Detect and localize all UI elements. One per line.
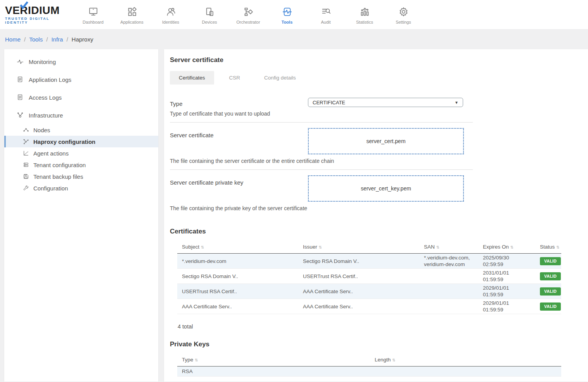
nav-item-audit[interactable]: Audit [306,5,345,24]
dashboard-icon [88,7,99,17]
table-row[interactable]: Sectigo RSA Domain V.. USERTrust RSA Cer… [177,269,561,284]
table-row[interactable]: *.veridium-dev.com Sectigo RSA Domain V.… [177,254,561,269]
settings-icon [398,7,409,17]
certificate-form: Type CERTIFICATE ▼ Type of certificate t… [170,93,473,217]
cell-subject: USERTrust RSA Certif.. [177,284,298,299]
devices-icon [204,7,215,17]
nav-item-label: Identities [162,20,179,24]
form-row-server-certificate: Server certificate server_cert.pem The f… [170,123,473,170]
sort-icon: ⇅ [195,358,198,362]
nav-item-label: Applications [120,20,143,24]
status-badge: VALID [540,257,561,265]
private-keys-section-title: Private Keys [170,341,588,348]
floppy-icon [23,173,29,180]
server-certificate-dropzone[interactable]: server_cert.pem [308,128,464,154]
cell-expires: 2031/01/01 01:59:59 [478,269,535,284]
status-badge: VALID [540,272,561,280]
document-icon [17,94,24,101]
breadcrumb-link-infra[interactable]: Infra [51,36,63,43]
nav-item-statistics[interactable]: Statistics [345,5,384,24]
nav-item-label: Tools [282,20,293,24]
nav-item-devices[interactable]: Devices [190,5,229,24]
sidebar-item-label: Monitoring [29,59,56,65]
sidebar-item-infrastructure[interactable]: Infrastructure [4,106,158,124]
nav-item-tools[interactable]: Tools [268,5,306,24]
cell-expires: 2025/09/30 02:59:59 [478,254,535,269]
graph-icon [23,138,29,145]
sort-icon: ⇅ [319,245,322,249]
nav-item-settings[interactable]: Settings [384,5,423,24]
tab-config-details[interactable]: Config details [255,71,305,85]
breadcrumb-current: Haproxy [72,36,93,43]
cell-subject: *.veridium-dev.com [177,254,298,269]
tabs: Certificates CSR Config details [170,71,588,85]
sidebar-item-tenant-configuration[interactable]: Tenant configuration [4,159,158,171]
server-certificate-label: Server certificate [170,128,308,154]
form-row-private-key: Server certificate private key server_ce… [170,170,473,217]
private-key-dropzone[interactable]: server_cert_key.pem [308,175,464,202]
nav-item-label: Settings [396,20,411,24]
column-header-issuer[interactable]: Issuer⇅ [298,241,419,254]
column-header-status[interactable]: Status⇅ [535,241,561,254]
sidebar-item-tenant-backup-files[interactable]: Tenant backup files [4,171,158,182]
tools-icon [282,7,292,17]
table-row[interactable]: USERTrust RSA Certif.. AAA Certificate S… [177,284,561,299]
sidebar-item-label: Access Logs [29,94,62,101]
monitoring-icon [17,58,24,65]
table-row[interactable]: RSA [177,366,561,377]
sidebar-item-access-logs[interactable]: Access Logs [4,88,158,106]
sidebar-item-label: Agent actions [33,150,69,157]
nav-item-label: Dashboard [83,20,104,24]
nodes-icon [23,127,29,133]
sidebar-item-monitoring[interactable]: Monitoring [4,53,158,71]
column-header-type[interactable]: Type⇅ [177,354,370,366]
private-keys-table: Type⇅ Length⇅ RSA [177,354,561,377]
sidebar-item-label: Tenant configuration [33,162,86,168]
column-header-san[interactable]: SAN⇅ [419,241,478,254]
nav-item-label: Devices [202,20,217,24]
sort-icon: ⇅ [436,245,439,249]
sidebar-item-application-logs[interactable]: Application Logs [4,71,158,88]
logo-checkmark-icon [19,1,29,9]
sidebar-item-label: Tenant backup files [33,173,83,180]
column-header-length[interactable]: Length⇅ [370,354,561,366]
chevron-down-icon: ▼ [455,100,458,105]
sidebar-item-nodes[interactable]: Nodes [4,124,158,136]
certificate-type-select[interactable]: CERTIFICATE ▼ [308,98,463,107]
type-help-text: Type of certificate that you want to upl… [170,111,473,117]
sidebar-item-haproxy-configuration[interactable]: Haproxy configuration [4,136,158,147]
column-header-subject[interactable]: Subject⇅ [177,241,298,254]
breadcrumb-separator: / [46,36,48,43]
private-key-help-text: The file containing the private key of t… [170,205,473,211]
sort-icon: ⇅ [392,358,395,362]
sort-icon: ⇅ [201,245,204,249]
sidebar-item-label: Infrastructure [29,112,63,119]
veridium-logo[interactable]: VERIDIUM TRUSTED DIGITAL IDENTITY [0,5,74,24]
tab-certificates[interactable]: Certificates [170,71,214,85]
column-header-expires-on[interactable]: Expires On⇅ [478,241,535,254]
main-panel: Server certificate Certificates CSR Conf… [164,49,588,382]
nav-item-label: Statistics [356,20,373,24]
nav-item-identities[interactable]: Identities [151,5,190,24]
cell-key-type: RSA [177,366,370,377]
table-row[interactable]: AAA Certificate Serv.. AAA Certificate S… [177,299,561,314]
sidebar-item-agent-actions[interactable]: Agent actions [4,147,158,159]
sidebar-item-configuration[interactable]: Configuration [4,182,158,194]
cell-san: *.veridium-dev.com, veridium-dev.com [419,254,478,269]
logo-text: VERIDIUM [5,5,74,16]
nav-item-applications[interactable]: Applications [112,5,151,24]
nav-item-orchestrator[interactable]: Orchestrator [229,5,268,24]
breadcrumb-separator: / [24,36,26,43]
breadcrumb-separator: / [66,36,68,43]
sidebar-item-label: Configuration [33,185,68,192]
breadcrumb-link-home[interactable]: Home [5,36,21,43]
server-stack-icon [23,162,29,168]
certificates-table: Subject⇅ Issuer⇅ SAN⇅ Expires On⇅ Status… [177,241,561,314]
cell-san [419,299,478,314]
sidebar-item-label: Application Logs [29,76,71,83]
applications-icon [127,7,137,17]
tab-csr[interactable]: CSR [220,71,249,85]
sidebar: Monitoring Application Logs Access Logs … [4,49,158,382]
nav-item-dashboard[interactable]: Dashboard [74,5,112,24]
breadcrumb-link-tools[interactable]: Tools [29,36,43,43]
